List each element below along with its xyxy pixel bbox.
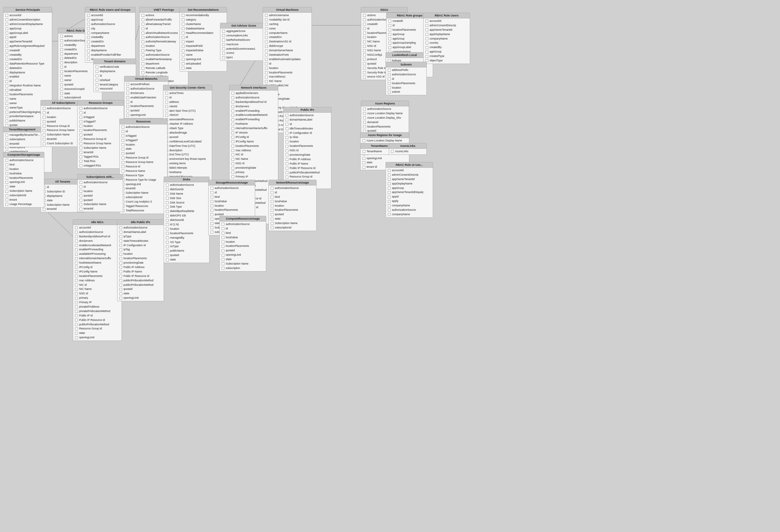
table-row: Resource Group Id bbox=[284, 175, 331, 179]
field-checkbox bbox=[75, 336, 78, 339]
field-label: location bbox=[367, 36, 376, 39]
field-checkbox bbox=[265, 53, 268, 56]
table-row: Subscription Name bbox=[269, 221, 316, 226]
entity-body-compute-resource-usage: authorizationSourceidbindlocalValuelocat… bbox=[220, 222, 266, 271]
table-row: Public IP Id bbox=[73, 313, 121, 318]
field-checkbox bbox=[265, 76, 268, 79]
table-row: openingLimit bbox=[180, 57, 227, 62]
entity-subnets[interactable]: SubnetsaddressPrefixauthorizationSourcei… bbox=[386, 62, 427, 95]
field-label: authorizationSource bbox=[146, 36, 170, 39]
field-label: verificationCode bbox=[100, 65, 119, 69]
field-label: type1 bbox=[226, 56, 233, 59]
field-label: id bbox=[186, 36, 188, 39]
entity-virtual-networks[interactable]: Virtual NetworksaccountPrefixesauthoriza… bbox=[124, 76, 168, 118]
field-label: BackendIpAddressPool Id bbox=[236, 100, 266, 104]
field-checkbox bbox=[363, 71, 366, 74]
table-row: Attack Type bbox=[163, 126, 212, 131]
table-row: consumptionLinks bbox=[220, 34, 267, 38]
entity-header-computer-storage-usage: ComputerStorageUsage bbox=[3, 152, 44, 158]
table-row: Subscription Name bbox=[3, 189, 44, 193]
entity-header-network-resource-usage: NetworkResourceUsage bbox=[269, 180, 316, 186]
table-row: quotaId bbox=[164, 253, 209, 258]
entity-rbac-role-ui-use[interactable]: RBAC Role UI Use...accountIdadminConsent… bbox=[386, 162, 433, 218]
field-checkbox bbox=[80, 129, 82, 132]
entity-idle-public-ips[interactable]: Idle Public IPsauthorizationSourcedomain… bbox=[117, 219, 164, 301]
field-checkbox bbox=[222, 34, 225, 37]
field-checkbox bbox=[265, 62, 268, 65]
table-row: lastRefreshedScore bbox=[220, 38, 267, 42]
entity-compute-resource-usage[interactable]: ComputeResourceUsageauthorizationSourcei… bbox=[220, 216, 266, 272]
field-label: adminUsername bbox=[269, 14, 289, 17]
entity-rbac-role-users[interactable]: RBAC Role UsersaccountIdadminConsentDesc… bbox=[423, 13, 470, 64]
field-checkbox bbox=[265, 14, 268, 17]
field-label: attackedImage bbox=[169, 131, 187, 135]
field-label: description bbox=[169, 149, 182, 152]
entity-rbac-role-users-groups[interactable]: RBAC Role Users and GroupsaccountIdappGr… bbox=[85, 7, 136, 63]
field-label: companyName bbox=[91, 31, 109, 35]
table-row: locationPlacements bbox=[3, 176, 44, 180]
table-row: location bbox=[269, 204, 316, 208]
field-checkbox bbox=[75, 257, 78, 260]
field-label: state bbox=[226, 258, 231, 261]
entity-body-rbac-role-ui-use: accountIdadminConsentDescripappOwnerTena… bbox=[386, 168, 433, 217]
entity-network-resource-usage[interactable]: NetworkResourceUsageauthorizationSourcei… bbox=[269, 180, 316, 231]
table-row: openingLimit bbox=[125, 113, 168, 117]
entity-get-advisor-score[interactable]: Get Advisor ScoreaggregateScoreconsumpti… bbox=[220, 23, 267, 61]
entity-resource-groups[interactable]: Resource GroupsauthorizationSourceidisTa… bbox=[77, 100, 124, 169]
field-label: id bbox=[126, 130, 128, 134]
entity-header-storage-resource-usage: StorageResourceUsage bbox=[209, 180, 255, 186]
table-row: dnsServers bbox=[230, 104, 278, 109]
field-checkbox bbox=[43, 120, 46, 123]
field-label: state bbox=[124, 292, 129, 296]
entity-service-principals[interactable]: Service PrincipalsaccountIdadminConsentD… bbox=[3, 7, 52, 173]
table-row: diskSizeGB bbox=[164, 218, 209, 223]
field-label: location bbox=[126, 143, 135, 147]
table-row: adminConsentDescription bbox=[3, 18, 52, 22]
field-checkbox bbox=[119, 253, 122, 256]
entity-subscriptions-with[interactable]: Subscriptions with...authorizationSource… bbox=[77, 174, 123, 212]
table-row: quotaId bbox=[220, 248, 266, 253]
table-row: id bbox=[78, 185, 123, 189]
field-checkbox bbox=[165, 92, 168, 95]
field-checkbox bbox=[126, 109, 129, 112]
field-label: tenantId bbox=[9, 142, 19, 146]
field-label: subscriptionId bbox=[275, 226, 291, 230]
field-checkbox bbox=[388, 78, 391, 80]
field-label: alert Start Time (UTC) bbox=[169, 109, 196, 113]
field-label: publicIPAllocationMethod bbox=[79, 323, 109, 327]
field-label: authorizationSource bbox=[226, 223, 250, 226]
field-label: quotaId bbox=[275, 213, 284, 216]
field-checkbox bbox=[60, 70, 63, 73]
field-checkbox bbox=[121, 165, 125, 168]
table-row: openingLimit bbox=[3, 180, 44, 185]
table-row: Disk Type bbox=[164, 205, 209, 209]
entity-disks[interactable]: DisksauthorizationSourcediskSizeGbDisk N… bbox=[164, 177, 209, 263]
field-label: consumptionLinks bbox=[226, 34, 248, 38]
field-label: locationPlacements bbox=[9, 176, 33, 180]
table-row: country bbox=[424, 41, 470, 45]
field-checkbox bbox=[388, 24, 391, 27]
field-label: isTagged7 bbox=[126, 139, 138, 142]
field-checkbox bbox=[210, 204, 213, 207]
field-label: appRoleAssignmentRequired bbox=[9, 44, 45, 48]
field-label: state bbox=[9, 185, 15, 189]
field-checkbox bbox=[87, 18, 90, 21]
entity-public-ips[interactable]: Public IPsauthorizationSourcedomainNameL… bbox=[283, 107, 332, 189]
entity-resources[interactable]: ResourcesauthorizationSourceidisTaggedis… bbox=[119, 119, 167, 214]
field-checkbox bbox=[126, 92, 129, 95]
field-label: allowForwardedTraffic bbox=[146, 18, 172, 22]
table-row: appId bbox=[386, 195, 433, 199]
table-row: dnsServers bbox=[73, 239, 121, 243]
entity-computer-storage-usage[interactable]: ComputerStorageUsageauthorizationSourceb… bbox=[3, 152, 44, 208]
entity-idle-nics[interactable]: Idle NICsaccountIdauthorizationSourceBac… bbox=[73, 219, 122, 341]
entity-tenant-management[interactable]: TenantManagementmanagedBy/tenants/Ter...… bbox=[3, 127, 41, 147]
field-checkbox bbox=[166, 254, 169, 257]
entity-body-idle-public-ips: authorizationSourcedomainNameLabelipType… bbox=[117, 225, 164, 301]
field-label: dataRetentionResource Type bbox=[9, 62, 44, 66]
field-checkbox bbox=[265, 71, 268, 74]
entity-azurelinks[interactable]: AzureLinksAzureLinks bbox=[389, 143, 427, 155]
field-label: Subscription Name bbox=[84, 202, 106, 206]
field-label: IPConfig Id bbox=[236, 136, 249, 139]
entity-body-network-resource-usage: authorizationSourceidbindlocalValuelocat… bbox=[269, 186, 316, 231]
table-row: appGroup bbox=[3, 27, 52, 31]
